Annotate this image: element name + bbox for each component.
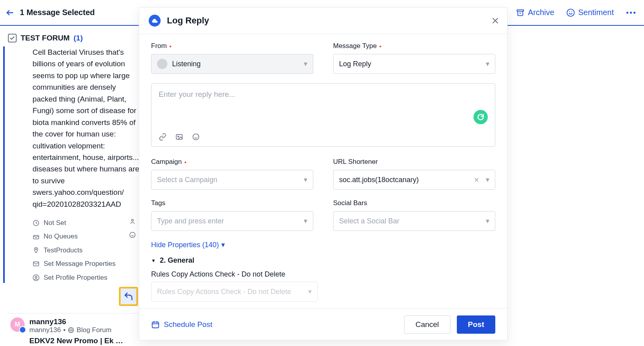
close-button[interactable]	[491, 17, 499, 25]
from-value: Listening	[172, 60, 201, 68]
log-reply-modal: Log Reply From● Listening ▾ Message Type…	[139, 7, 508, 340]
archive-button[interactable]: Archive	[516, 8, 554, 17]
author-handle: manny136	[29, 326, 61, 334]
msgtype-label: Message Type	[333, 42, 377, 50]
rules-select[interactable]: Rules Copy Actions Check - Do not Delete…	[151, 282, 318, 302]
profile-props-label: Set Profile Properties	[44, 273, 107, 283]
msgtype-value: Log Reply	[339, 60, 371, 68]
queue-row[interactable]: No Queues	[33, 231, 141, 242]
svg-point-6	[627, 12, 629, 13]
chevron-down-icon: ▾	[221, 240, 225, 249]
account-avatar-icon	[157, 59, 167, 69]
modal-logo-icon	[149, 15, 161, 27]
user-circle-icon	[33, 274, 40, 281]
msg-props-row[interactable]: Set Message Properties	[33, 259, 141, 269]
caret-down-icon: ▼	[151, 258, 156, 263]
author-name: manny136	[29, 317, 128, 326]
source-badge-icon	[19, 326, 26, 333]
cancel-button[interactable]: Cancel	[404, 315, 450, 334]
source-label: Blog Forum	[77, 326, 111, 334]
required-icon: ●	[184, 160, 187, 164]
link-icon[interactable]	[159, 133, 167, 141]
neutral-face-icon[interactable]	[129, 231, 136, 238]
reply-textarea[interactable]: Enter your reply here...	[151, 83, 495, 147]
svg-point-19	[35, 276, 37, 278]
svg-rect-30	[152, 322, 159, 328]
select-checkbox[interactable]	[8, 34, 17, 42]
priority-row[interactable]: Not Set	[33, 218, 141, 228]
msg-props-label: Set Message Properties	[44, 259, 115, 269]
reply-icon	[123, 291, 134, 302]
avatar: M	[10, 317, 25, 332]
svg-point-16	[36, 248, 37, 250]
media-icon[interactable]	[175, 133, 183, 141]
message-body: Cell Bacterial Viruses that's billions o…	[9, 46, 141, 210]
socialbars-select[interactable]: Select a Social Bar ▾	[333, 211, 495, 231]
hide-properties-label: Hide Properties (140)	[151, 241, 219, 249]
chevron-down-icon: ▾	[304, 217, 307, 225]
more-menu-button[interactable]	[626, 11, 636, 14]
post-button[interactable]: Post	[457, 315, 495, 334]
topbar-actions: Archive Sentiment	[516, 8, 636, 17]
chevron-down-icon: ▾	[486, 60, 489, 68]
sentiment-label: Sentiment	[578, 8, 614, 17]
from-label: From	[151, 42, 167, 50]
hide-properties-toggle[interactable]: Hide Properties (140) ▾	[151, 240, 495, 249]
chevron-down-icon: ▾	[304, 60, 307, 68]
rules-value: Rules Copy Actions Check - Do not Delete	[157, 288, 291, 296]
chevron-down-icon: ▾	[486, 217, 489, 225]
archive-icon	[516, 8, 525, 17]
campaign-select[interactable]: Select a Campaign ▾	[151, 170, 313, 190]
inbox-icon	[33, 233, 40, 240]
person-icon[interactable]	[129, 218, 136, 225]
svg-point-7	[630, 12, 632, 13]
smiley-icon	[566, 8, 575, 17]
list-item[interactable]: M manny136 manny136 • Blog Forum EDKV2 N…	[8, 313, 143, 346]
required-icon: ●	[169, 44, 172, 48]
chevron-down-icon: ▾	[304, 175, 307, 184]
schedule-post-button[interactable]: Schedule Post	[151, 320, 213, 329]
clear-button[interactable]: ✕	[474, 176, 479, 184]
pin-icon	[33, 247, 40, 254]
message-panel: TEST FORUM (1) Cell Bacterial Viruses th…	[0, 26, 143, 346]
arrow-left-icon	[6, 8, 14, 17]
profile-props-row[interactable]: Set Profile Properties	[33, 273, 141, 283]
archive-label: Archive	[528, 8, 554, 17]
tags-label: Tags	[151, 199, 165, 207]
product-row[interactable]: TestProducts	[33, 245, 141, 256]
reply-placeholder: Enter your reply here...	[159, 90, 235, 98]
forum-count: (1)	[74, 34, 83, 42]
clock-icon	[33, 219, 40, 227]
priority-label: Not Set	[44, 218, 66, 228]
url-shortener-value: soc.att.jobs(18octcanary)	[339, 176, 419, 184]
socialbars-placeholder: Select a Social Bar	[339, 217, 399, 225]
chevron-down-icon: ▾	[486, 175, 489, 184]
campaign-placeholder: Select a Campaign	[157, 176, 217, 184]
tags-input[interactable]: Type and press enter ▾	[151, 211, 313, 231]
modal-title: Log Reply	[167, 15, 209, 26]
forum-title: TEST FORUM	[21, 34, 70, 42]
url-shortener-label: URL Shortener	[333, 158, 378, 166]
url-shortener-select[interactable]: soc.att.jobs(18octcanary) ✕ ▾	[333, 170, 495, 190]
from-select[interactable]: Listening ▾	[151, 54, 313, 74]
section-general-header[interactable]: ▼ 2. General	[151, 256, 495, 265]
svg-point-12	[130, 233, 135, 238]
globe-icon	[68, 327, 74, 333]
reply-button[interactable]	[119, 287, 138, 306]
product-label: TestProducts	[44, 245, 82, 256]
calendar-icon	[151, 320, 160, 329]
svg-point-8	[634, 12, 636, 13]
back-button[interactable]	[4, 7, 16, 19]
chevron-down-icon: ▾	[308, 287, 312, 296]
msgtype-select[interactable]: Log Reply ▾	[333, 54, 495, 74]
svg-point-27	[193, 134, 199, 140]
emoji-icon[interactable]	[192, 133, 200, 141]
ellipsis-icon	[626, 11, 636, 14]
envelope-icon	[33, 260, 40, 267]
socialbars-label: Social Bars	[333, 199, 367, 207]
grammarly-icon[interactable]	[473, 110, 488, 124]
campaign-label: Campaign	[151, 158, 182, 166]
close-icon	[491, 17, 499, 25]
rules-label: Rules Copy Actions Check - Do not Delete	[151, 270, 495, 279]
sentiment-button[interactable]: Sentiment	[566, 8, 614, 17]
